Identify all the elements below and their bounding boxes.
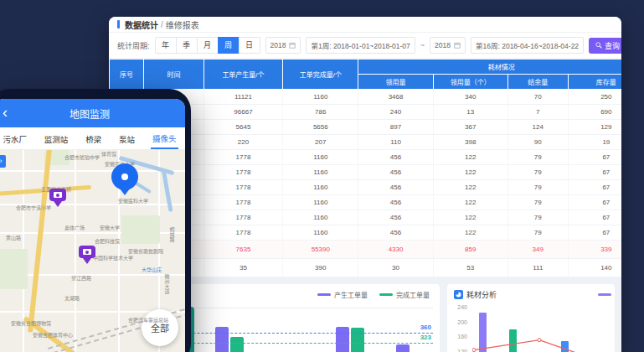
table-cell: 339 <box>568 241 621 259</box>
period-option-2[interactable]: 月 <box>197 37 219 54</box>
map-park <box>0 249 28 289</box>
table-cell: 67 <box>568 195 621 210</box>
legend-dash-icon <box>317 293 331 296</box>
consumable-chart-yaxis: 2402001601208040 <box>451 304 469 352</box>
col-index: 序号 <box>110 60 144 90</box>
ytick-160: 160 <box>457 334 467 339</box>
map-label-15: 安徽省合肥博物馆 <box>11 321 51 327</box>
map-view[interactable]: › 全部 合肥市琥珀中学体育馆安徽农业大学五里墩立交桥合肥市宁溪小学安徽医科大学… <box>0 150 185 352</box>
map-label-1: 体育馆 <box>101 152 116 158</box>
map-label-12: 黄山路 <box>6 236 21 241</box>
breadcrumb-accent <box>117 20 120 28</box>
table-cell: 79 <box>507 180 568 195</box>
table-cell: 55390 <box>283 241 358 259</box>
table-cell: 122 <box>433 180 507 195</box>
calendar-icon <box>289 42 296 49</box>
table-cell: 67 <box>568 225 621 241</box>
col-group-consumables: 耗材情况 <box>358 60 621 75</box>
phone-tab-0[interactable]: 污水厂 <box>1 129 28 148</box>
year-end-select[interactable]: 2018 <box>430 37 466 54</box>
table-cell: 1778 <box>204 165 282 180</box>
table-cell: 220 <box>204 135 282 150</box>
selected-camera-pin[interactable] <box>111 163 138 190</box>
query-button[interactable]: 查询 <box>589 38 621 54</box>
expand-panel-button[interactable]: › <box>0 155 6 168</box>
camera-marker[interactable] <box>49 189 66 209</box>
table-cell: 1778 <box>204 195 282 210</box>
legend-item-0[interactable]: 产生工单量 <box>317 290 368 299</box>
bar-产生工单量-2 <box>336 327 349 352</box>
bar-完成工单量-0 <box>230 337 244 352</box>
phone-header: ‹ 地图监测 <box>0 99 185 127</box>
map-label-9: 中国科学技术大学 <box>93 256 133 261</box>
map-label-17: 合肥汽车客运总站 <box>128 318 168 324</box>
phone-tab-4[interactable]: 摄像头 <box>151 128 178 149</box>
map-label-10: 安徽省歌舞剧院 <box>128 249 163 255</box>
table-cell: 1778 <box>204 150 282 165</box>
table-cell: 1160 <box>283 150 358 165</box>
table-cell: 690 <box>568 105 621 120</box>
legend-item-1[interactable]: 完成工单量 <box>379 290 430 299</box>
legend-label: 产生工单量 <box>334 290 368 299</box>
reference-label-323: 323 <box>420 334 431 341</box>
table-cell: 79 <box>507 195 568 210</box>
map-label-18: 桐城路 <box>168 227 174 242</box>
breadcrumb-section: 数据统计 <box>125 18 158 31</box>
phone-tab-2[interactable]: 桥梁 <box>84 129 103 148</box>
col-sub-0: 领用量 <box>358 75 433 90</box>
period-option-4[interactable]: 日 <box>239 37 260 54</box>
map-label-19: 徽州大道 <box>163 274 169 294</box>
table-cell: 111 <box>507 259 568 277</box>
table-cell: 96667 <box>204 105 282 120</box>
table-cell: 7635 <box>204 241 282 259</box>
table-cell: 5645 <box>204 120 282 135</box>
week-start-input[interactable]: 第1周: 2018-01-01~2018-01-07 <box>306 37 415 54</box>
table-cell: 3468 <box>358 90 433 105</box>
map-label-11: 大华山庄 <box>142 267 162 273</box>
table-cell: 79 <box>507 165 568 180</box>
table-cell: 79 <box>507 210 568 225</box>
col-completed: 工单完成量/个 <box>283 60 358 90</box>
table-cell: 30 <box>358 259 433 277</box>
workorder-chart-legend: 产生工单量完成工单量 <box>317 290 430 299</box>
map-label-5: 安徽医科大学 <box>118 199 148 204</box>
table-cell: 1778 <box>204 225 282 241</box>
table-cell: 90 <box>507 135 568 150</box>
period-option-3[interactable]: 周 <box>218 37 240 54</box>
table-cell: 456 <box>358 195 433 210</box>
map-label-8: 合肥科技馆 <box>95 239 120 245</box>
back-icon[interactable]: ‹ <box>3 102 8 122</box>
table-cell: 367 <box>433 120 507 135</box>
ytick-120: 120 <box>457 349 467 352</box>
table-cell: 456 <box>358 180 433 195</box>
table-cell: 1160 <box>283 165 358 180</box>
year-start-select[interactable]: 2018 <box>265 37 301 54</box>
period-option-0[interactable]: 年 <box>155 37 177 54</box>
period-option-1[interactable]: 季 <box>176 37 198 54</box>
bar-产生工单量-0 <box>215 327 229 352</box>
table-cell: 897 <box>358 120 433 135</box>
table-cell: 122 <box>433 195 507 210</box>
legend-label: 完成工单量 <box>396 290 430 299</box>
period-segmented-control: 年季月周日 <box>155 37 260 54</box>
table-cell: 129 <box>568 120 621 135</box>
week-end-input[interactable]: 第16周: 2018-04-16~2018-04-22 <box>471 37 584 54</box>
table-cell: 53 <box>433 259 507 277</box>
table-cell: 786 <box>283 105 358 120</box>
show-all-button[interactable]: 全部 <box>142 309 178 346</box>
table-cell: 19 <box>568 135 621 150</box>
consumable-chart-title-text: 耗材分析 <box>466 289 497 300</box>
screen: 数据统计 / 维修报表 统计周期: 年季月周日 2018 第1周: 2018-0… <box>0 0 644 352</box>
year-end-value: 2018 <box>435 41 451 49</box>
phone-tab-1[interactable]: 监测站 <box>43 129 70 148</box>
map-label-7: 安徽大学 <box>100 225 120 231</box>
table-cell: 110 <box>358 135 433 150</box>
table-cell: 390 <box>283 259 358 277</box>
camera-marker[interactable] <box>79 246 95 266</box>
camera-icon <box>79 246 95 258</box>
table-cell: 1160 <box>283 90 358 105</box>
period-label: 统计周期: <box>117 40 150 51</box>
ytick-240: 240 <box>457 304 467 310</box>
table-cell: 67 <box>568 210 621 225</box>
phone-tab-3[interactable]: 泵站 <box>117 129 137 148</box>
